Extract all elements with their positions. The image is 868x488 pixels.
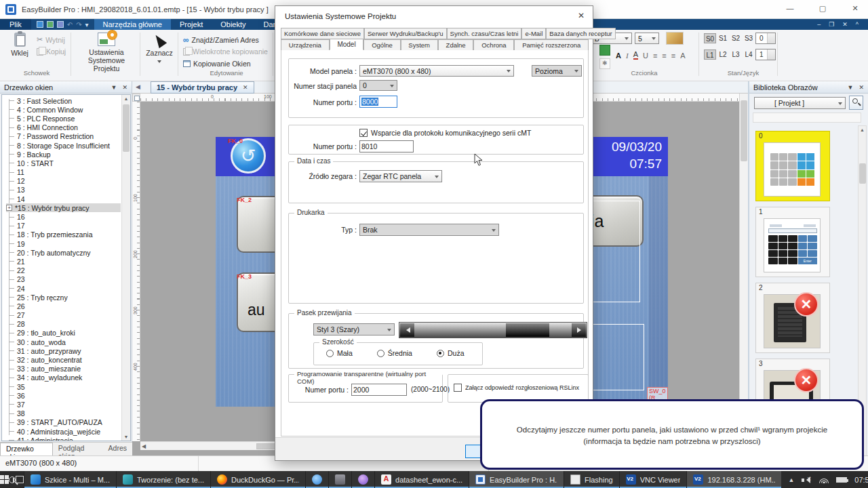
expander-icon[interactable] — [6, 205, 12, 211]
select-button[interactable]: Zaznacz — [144, 34, 175, 65]
station-number-select[interactable]: 0 — [359, 80, 397, 91]
tree-item[interactable]: 12 — [6, 177, 121, 186]
expander-icon[interactable] — [9, 235, 14, 235]
tree-item[interactable]: 29 : tło_auto_kroki — [6, 329, 121, 338]
dialog-close-icon[interactable]: ✕ — [578, 11, 585, 20]
language-spinner[interactable]: 1 — [755, 49, 776, 60]
tree-item[interactable]: 10 : START — [6, 159, 121, 167]
expander-icon[interactable] — [9, 279, 14, 280]
tree-item[interactable]: 5 : PLC Response — [6, 114, 121, 123]
tree-item[interactable]: 40 : Administracja_wejście — [6, 427, 121, 436]
tree-item[interactable]: 35 — [6, 382, 121, 391]
taskbar-app-button[interactable]: datasheet_ewon-c... — [374, 471, 469, 488]
chevron-up-icon[interactable]: ▲ — [788, 476, 794, 483]
tab-close-icon[interactable]: ✕ — [243, 84, 248, 91]
minimize-icon[interactable]: — — [780, 4, 800, 12]
tree-item[interactable]: 11 — [6, 168, 121, 177]
underline-icon[interactable]: U — [643, 52, 648, 60]
expander-icon[interactable] — [9, 243, 14, 244]
tree-item[interactable]: 41 : Administracja — [6, 436, 121, 441]
tree-item[interactable]: 3 : Fast Selection — [6, 96, 121, 105]
expander-icon[interactable] — [9, 100, 14, 101]
mdi-close-icon[interactable]: ✕ — [842, 21, 848, 28]
ribbon-tab[interactable]: Narzędzia główne — [94, 19, 171, 30]
datetime-display[interactable]: 09/03/20 07:57 — [591, 137, 668, 176]
expander-icon[interactable] — [9, 333, 14, 333]
expander-icon[interactable] — [9, 369, 14, 369]
align-right-icon[interactable]: ≡ — [671, 52, 675, 60]
italic-icon[interactable]: I — [626, 52, 629, 60]
expander-icon[interactable] — [9, 360, 14, 361]
language-button[interactable]: L2 — [717, 49, 729, 60]
expander-icon[interactable] — [9, 350, 14, 351]
expander-icon[interactable] — [9, 145, 14, 146]
expander-icon[interactable] — [9, 395, 14, 396]
expander-icon[interactable] — [9, 217, 14, 218]
document-tab[interactable]: 15 - Wybór trybu pracy ✕ — [151, 81, 254, 94]
expander-icon[interactable] — [9, 378, 14, 378]
export-icon[interactable] — [57, 21, 64, 28]
expander-icon[interactable] — [9, 109, 14, 110]
font-size-select[interactable]: 5 — [635, 33, 659, 44]
tree-item[interactable]: 18 : Tryb przemieszania — [6, 230, 121, 239]
effects-icon[interactable] — [599, 58, 610, 69]
expander-icon[interactable] — [9, 315, 14, 316]
left-panel-tab[interactable]: Podgląd okien — [53, 443, 103, 455]
cmt-support-checkbox[interactable]: Wsparcie dla protokołu komunikacyjnego s… — [359, 129, 531, 137]
taskbar-app-button[interactable]: Tworzenie: (bez te... — [116, 471, 210, 488]
tree-item[interactable]: 32 : auto_koncentrat — [6, 355, 121, 364]
align-center-icon[interactable]: ≡ — [662, 52, 666, 60]
taskbar-app-button[interactable]: DuckDuckGo — Pr... — [210, 471, 305, 488]
tree-item[interactable]: 30 : auto_woda — [6, 338, 121, 346]
left-panel-tab[interactable]: Adres — [103, 443, 132, 455]
expander-icon[interactable] — [9, 404, 14, 405]
system-settings-button[interactable]: Ustawienia Systemowe Projektu — [75, 33, 138, 73]
expander-icon[interactable] — [9, 270, 14, 271]
dialog-tab[interactable]: Serwer Wydruku/Backup'u — [364, 28, 447, 39]
copy-button[interactable]: Kopiuj — [37, 47, 66, 56]
panel-close-icon[interactable]: ✕ — [859, 84, 864, 91]
expander-icon[interactable] — [9, 226, 14, 226]
expander-icon[interactable] — [9, 154, 14, 155]
state-button[interactable]: S1 — [717, 33, 729, 43]
language-button[interactable]: L4 — [743, 49, 755, 60]
tree-item[interactable]: 38 — [6, 409, 121, 418]
redo-icon[interactable]: ↷ — [76, 21, 81, 28]
ribbon-tab[interactable]: Obiekty — [212, 19, 254, 30]
state-spinner[interactable]: 0 — [755, 33, 776, 44]
expander-icon[interactable] — [9, 386, 14, 387]
taskbar-app-button[interactable]: Szkice - Multi – M... — [24, 471, 116, 488]
tree-item[interactable]: 20 : Tryb automatyczny — [6, 248, 121, 257]
library-search-button[interactable] — [849, 96, 863, 110]
address-grid-icon[interactable] — [599, 45, 610, 56]
expander-icon[interactable] — [9, 431, 14, 432]
language-button[interactable]: L3 — [730, 49, 742, 60]
text-style-icon[interactable]: A — [680, 52, 685, 60]
dialog-tab[interactable]: Synch. czasu/Czas letni — [447, 28, 522, 39]
expander-icon[interactable] — [9, 261, 14, 262]
expander-icon[interactable] — [9, 306, 14, 306]
align-left-icon[interactable]: ≡ — [653, 52, 657, 60]
tree-item[interactable]: 28 — [6, 320, 121, 329]
tree-item[interactable]: 9 : Backup — [6, 150, 121, 159]
taskbar-app-button[interactable]: EasyBuilder Pro : H... — [469, 471, 564, 488]
dialog-tab[interactable]: Ogólne — [363, 39, 400, 51]
tree-item[interactable]: 37 — [6, 400, 121, 409]
scroll-up-icon[interactable]: ▲ — [859, 127, 866, 132]
task-view-button[interactable] — [16, 471, 24, 488]
taskbar-app-button[interactable] — [351, 471, 374, 488]
copy-windows-button[interactable]: Kopiowanie Okien — [183, 60, 251, 68]
dialog-tab[interactable]: System — [401, 39, 438, 51]
state-button[interactable]: S0 — [704, 33, 716, 43]
tree-item[interactable]: 25 : Tryb ręczny — [6, 293, 121, 302]
expander-icon[interactable] — [9, 297, 14, 298]
dialog-tab[interactable]: Komórkowe dane sieciowe — [281, 28, 364, 39]
expander-icon[interactable] — [9, 288, 14, 289]
language-button[interactable]: L1 — [704, 49, 716, 60]
expander-icon[interactable] — [9, 181, 14, 182]
paste-button[interactable]: Wklej — [5, 33, 34, 57]
tree-item[interactable]: 14 — [6, 195, 121, 203]
expander-icon[interactable] — [9, 163, 14, 163]
taskbar-app-button[interactable]: Flashing — [564, 471, 619, 488]
expander-icon[interactable] — [9, 324, 14, 325]
